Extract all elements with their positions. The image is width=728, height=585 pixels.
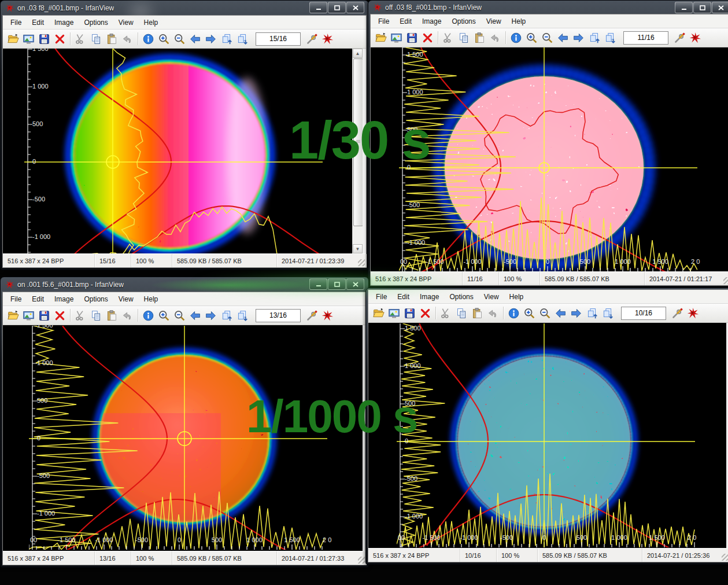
window-off-001-f56[interactable]: File Edit Image Options View Help (365, 288, 728, 565)
minimize-button[interactable] (309, 2, 327, 13)
copy-button[interactable] (456, 30, 472, 45)
zoom-out-button[interactable] (537, 306, 553, 321)
close-button[interactable] (712, 2, 728, 13)
minimize-button[interactable] (675, 2, 693, 13)
resize-grip[interactable] (722, 554, 728, 561)
menu-help[interactable]: Help (507, 16, 531, 27)
undo-button[interactable] (485, 306, 501, 321)
previous-file-button[interactable] (553, 306, 568, 321)
menu-image[interactable]: Image (415, 291, 444, 303)
paste-button[interactable] (104, 31, 120, 46)
copy-button[interactable] (88, 31, 104, 46)
zoom-out-button[interactable] (172, 31, 187, 46)
undo-button[interactable] (120, 308, 135, 323)
paste-button[interactable] (472, 30, 487, 45)
next-page-button[interactable] (234, 31, 250, 46)
next-page-button[interactable] (600, 306, 615, 321)
image-canvas[interactable]: 1 5001 0005000-500-1 00000-1 500-1 000-5… (3, 325, 363, 551)
zoom-in-button[interactable] (156, 308, 172, 323)
titlebar[interactable]: on .001 f5.6_#001.bmp - IrfanView (2, 277, 367, 292)
next-file-button[interactable] (571, 30, 586, 45)
properties-button[interactable] (672, 30, 688, 45)
open-file-button[interactable] (373, 30, 389, 45)
menu-view[interactable]: View (481, 16, 507, 27)
resize-grip[interactable] (358, 557, 365, 564)
menu-options[interactable]: Options (446, 16, 481, 27)
copy-button[interactable] (88, 308, 104, 323)
resize-grip[interactable] (723, 277, 728, 284)
copy-button[interactable] (454, 306, 470, 321)
menu-image[interactable]: Image (417, 16, 446, 27)
menu-image[interactable]: Image (49, 17, 79, 28)
cut-button[interactable] (73, 308, 88, 323)
image-canvas[interactable]: 1 5001 0005000-500-1 00000-1 500-1 000-5… (371, 47, 728, 271)
info-button[interactable] (508, 30, 524, 45)
menu-edit[interactable]: Edit (392, 291, 415, 303)
menu-image[interactable]: Image (49, 293, 79, 305)
open-file-button[interactable] (5, 31, 21, 46)
menu-edit[interactable]: Edit (394, 16, 417, 27)
menu-help[interactable]: Help (139, 17, 164, 28)
next-file-button[interactable] (568, 306, 584, 321)
menu-options[interactable]: Options (79, 17, 113, 28)
previous-file-button[interactable] (555, 30, 571, 45)
save-button[interactable] (36, 308, 52, 323)
menu-file[interactable]: File (5, 293, 27, 305)
next-file-button[interactable] (203, 308, 219, 323)
scroll-down-button[interactable]: ▼ (353, 244, 363, 253)
save-button[interactable] (402, 306, 417, 321)
menu-options[interactable]: Options (444, 291, 478, 303)
menu-edit[interactable]: Edit (27, 17, 49, 28)
open-file-button[interactable] (371, 306, 386, 321)
menu-file[interactable]: File (371, 291, 392, 303)
properties-button[interactable] (304, 31, 320, 46)
menu-file[interactable]: File (5, 17, 27, 28)
save-button[interactable] (404, 30, 420, 45)
menu-view[interactable]: View (113, 293, 139, 305)
maximize-button[interactable] (328, 2, 346, 13)
info-button[interactable] (141, 31, 156, 46)
menu-help[interactable]: Help (139, 293, 164, 305)
previous-file-button[interactable] (187, 308, 203, 323)
previous-page-button[interactable] (219, 31, 234, 46)
zoom-in-button[interactable] (156, 31, 172, 46)
about-irfanview-button[interactable] (320, 308, 335, 323)
info-button[interactable] (506, 306, 522, 321)
previous-file-button[interactable] (187, 31, 203, 46)
vertical-scrollbar[interactable]: ▲ ▼ (352, 49, 363, 253)
undo-button[interactable] (487, 30, 503, 45)
scrollbar-thumb[interactable] (353, 58, 363, 226)
thumbnails-button[interactable] (21, 31, 36, 46)
image-canvas[interactable]: 1 5001 0005000-500-1 00000-1 500-1 000-5… (368, 323, 726, 548)
maximize-button[interactable] (693, 2, 711, 13)
page-number-field[interactable] (256, 309, 301, 322)
image-canvas[interactable]: 1 5001 0005000-500-1 000 ▲ ▼ (3, 49, 363, 253)
properties-button[interactable] (670, 306, 685, 321)
menu-view[interactable]: View (113, 17, 139, 28)
titlebar[interactable]: off .03 f8_#001.bmp - IrfanView (370, 1, 728, 14)
thumbnails-button[interactable] (21, 308, 36, 323)
titlebar[interactable]: on .03 f8_#001.bmp - IrfanView (2, 1, 367, 15)
info-button[interactable] (141, 308, 156, 323)
about-irfanview-button[interactable] (685, 306, 701, 321)
thumbnails-button[interactable] (386, 306, 402, 321)
window-off-03-f8[interactable]: off .03 f8_#001.bmp - IrfanView File Edi… (368, 0, 728, 288)
zoom-out-button[interactable] (539, 30, 555, 45)
properties-button[interactable] (304, 308, 320, 323)
undo-button[interactable] (120, 31, 135, 46)
zoom-out-button[interactable] (172, 308, 187, 323)
paste-button[interactable] (104, 308, 120, 323)
maximize-button[interactable] (328, 278, 346, 290)
menu-edit[interactable]: Edit (27, 293, 49, 305)
previous-page-button[interactable] (584, 306, 600, 321)
previous-page-button[interactable] (586, 30, 602, 45)
delete-button[interactable] (420, 30, 435, 45)
delete-button[interactable] (52, 308, 68, 323)
cut-button[interactable] (441, 30, 456, 45)
window-on-03-f8[interactable]: on .03 f8_#001.bmp - IrfanView File Edit… (0, 0, 369, 270)
next-page-button[interactable] (234, 308, 250, 323)
close-button[interactable] (346, 278, 364, 290)
about-irfanview-button[interactable] (688, 30, 703, 45)
page-number-field[interactable] (256, 32, 301, 46)
previous-page-button[interactable] (219, 308, 234, 323)
